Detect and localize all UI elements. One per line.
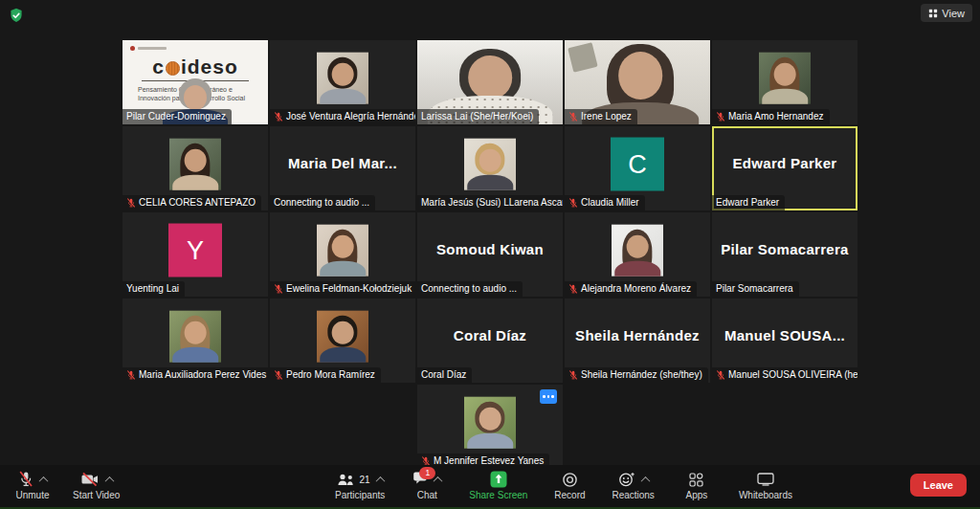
share-screen-label: Share Screen (469, 490, 527, 500)
participant-name-label: José Ventura Alegría Hernández (270, 109, 415, 124)
record-button[interactable]: Record (550, 470, 589, 500)
profile-photo (464, 397, 516, 449)
participant-name-label: Pilar Somacarrera (712, 281, 799, 297)
view-button[interactable]: View (921, 4, 972, 22)
tile-maria-auxiliadora[interactable]: Maria Auxiliadora Perez Vides (122, 299, 268, 383)
tile-maria-del-mar[interactable]: Maria Del Mar... Connecting to audio ... (270, 126, 415, 210)
participants-icon (337, 474, 355, 486)
tile-alejandra-moreno[interactable]: Alejandra Moreno Álvarez (565, 212, 710, 297)
tile-jose-ventura[interactable]: José Ventura Alegría Hernández (270, 40, 415, 124)
tile-somoud-kiwan[interactable]: Somoud Kiwan Connecting to audio ... (417, 212, 563, 297)
more-options-button[interactable] (540, 389, 557, 404)
participant-name-label: Pedro Mora Ramírez (270, 367, 381, 383)
participant-display-name: Manuel SOUSA... (712, 299, 858, 371)
video-options-chevron[interactable] (104, 476, 114, 485)
participant-display-name: Sheila Hernández (565, 299, 710, 371)
whiteboards-button[interactable]: Whiteboards (739, 470, 792, 500)
participant-grid: cideso Pensamiento Contemporáneo e Innov… (122, 40, 858, 469)
tile-pilar-somacarrera[interactable]: Pilar Somacarrera Pilar Somacarrera (712, 212, 858, 297)
participant-name-label: Coral Díaz (417, 367, 472, 383)
reactions-smiley-icon (618, 472, 635, 487)
muted-mic-icon (568, 284, 578, 294)
reactions-label: Reactions (612, 490, 654, 500)
apps-button[interactable]: Apps (678, 470, 716, 500)
connecting-to-audio-label: Connecting to audio ... (417, 281, 523, 297)
muted-mic-icon (568, 370, 578, 380)
tile-edward-parker-active-speaker[interactable]: Edward Parker Edward Parker (712, 126, 858, 210)
participants-button[interactable]: 21 Participants (335, 470, 385, 500)
participant-name-label: Edward Parker (712, 195, 785, 210)
leave-button[interactable]: Leave (910, 474, 967, 497)
muted-mic-icon (274, 284, 283, 294)
profile-photo (317, 225, 368, 277)
muted-mic-icon (568, 198, 578, 208)
reactions-options-chevron[interactable] (640, 476, 650, 485)
tile-pedro-mora[interactable]: Pedro Mora Ramírez (270, 299, 415, 383)
mic-muted-icon (18, 471, 33, 488)
whiteboards-icon (757, 473, 774, 486)
reactions-button[interactable]: Reactions (612, 470, 654, 500)
connecting-to-audio-label: Connecting to audio ... (270, 195, 375, 210)
participant-name-label: Ewelina Feldman-Kołodziejuk (270, 281, 415, 297)
participants-label: Participants (335, 490, 385, 500)
muted-mic-icon (716, 112, 725, 122)
participant-name-label: Irene Lopez (565, 109, 637, 124)
participant-name-label: Maria Auxiliadora Perez Vides (122, 367, 268, 383)
zoom-meeting-window: View cideso Pensamiento Contemporáneo e … (0, 0, 980, 509)
participant-name-label: Claudia Miller (565, 195, 645, 210)
chat-button[interactable]: 1 Chat (408, 470, 446, 500)
profile-photo (759, 53, 811, 104)
profile-photo (169, 311, 221, 363)
chat-label: Chat (417, 490, 437, 500)
initial-avatar: Y (168, 224, 222, 277)
meeting-toolbar: Unmute Start Video (0, 465, 980, 507)
muted-mic-icon (126, 198, 136, 208)
tile-yuenting-lai[interactable]: Y Yuenting Lai (122, 212, 268, 297)
participants-options-chevron[interactable] (375, 476, 385, 485)
participant-name-label: Pilar Cuder-Dominguez (122, 109, 232, 124)
muted-mic-icon (568, 112, 578, 122)
participant-name-label: Sheila Hernández (she/they) (565, 367, 708, 383)
tile-maria-jesus-llarena[interactable]: María Jesús (Susi) LLarena Ascanio (417, 126, 563, 210)
tile-maria-amo[interactable]: Maria Amo Hernandez (712, 40, 858, 124)
participant-display-name: Coral Díaz (417, 299, 563, 371)
tile-coral-diaz[interactable]: Coral Díaz Coral Díaz (417, 299, 563, 383)
video-off-icon (80, 472, 100, 487)
start-video-label: Start Video (73, 490, 120, 500)
participant-name-label: Manuel SOUSA OLIVEIRA (he/him) (712, 367, 858, 383)
tile-ewelina-feldman[interactable]: Ewelina Feldman-Kołodziejuk (270, 212, 415, 297)
muted-mic-icon (274, 112, 283, 122)
profile-photo (464, 139, 516, 190)
profile-photo (169, 139, 221, 190)
grid-view-icon (928, 9, 938, 18)
participant-name-label: María Jesús (Susi) LLarena Ascanio (417, 195, 563, 210)
university-logo (130, 46, 167, 51)
security-shield-icon[interactable] (9, 8, 24, 24)
participants-count: 21 (360, 475, 370, 485)
record-label: Record (554, 490, 585, 500)
participant-display-name: Pilar Somacarrera (712, 212, 858, 285)
profile-photo (317, 311, 368, 363)
share-screen-button[interactable]: Share Screen (469, 470, 527, 500)
chat-options-chevron[interactable] (434, 476, 443, 485)
participant-name-label: Alejandra Moreno Álvarez (565, 281, 697, 297)
tile-pilar-cuder-dominguez[interactable]: cideso Pensamiento Contemporáneo e Innov… (122, 40, 268, 124)
participant-name-label: Yuenting Lai (122, 281, 185, 297)
unmute-options-chevron[interactable] (39, 476, 49, 485)
participant-name-label: CELIA CORES ANTEPAZO (122, 195, 261, 210)
tile-claudia-miller[interactable]: C Claudia Miller (565, 126, 710, 210)
tile-jennifer-estevez[interactable]: M Jennifer Estevez Yanes (417, 385, 563, 469)
chat-unread-badge: 1 (419, 467, 435, 479)
tile-irene-lopez[interactable]: Irene Lopez (565, 40, 710, 124)
muted-mic-icon (274, 370, 283, 380)
tile-larissa-lai[interactable]: Larissa Lai (She/Her/Koei) (417, 40, 563, 124)
tile-sheila-hernandez[interactable]: Sheila Hernández Sheila Hernández (she/t… (565, 299, 710, 383)
unmute-button[interactable]: Unmute (13, 470, 52, 500)
participant-display-name: Maria Del Mar... (270, 126, 415, 199)
muted-mic-icon (716, 370, 725, 380)
profile-photo (317, 53, 368, 104)
coideso-logo: cideso (122, 55, 268, 78)
start-video-button[interactable]: Start Video (73, 470, 120, 500)
tile-manuel-sousa[interactable]: Manuel SOUSA... Manuel SOUSA OLIVEIRA (h… (712, 299, 858, 383)
tile-celia-cores[interactable]: CELIA CORES ANTEPAZO (122, 126, 268, 210)
